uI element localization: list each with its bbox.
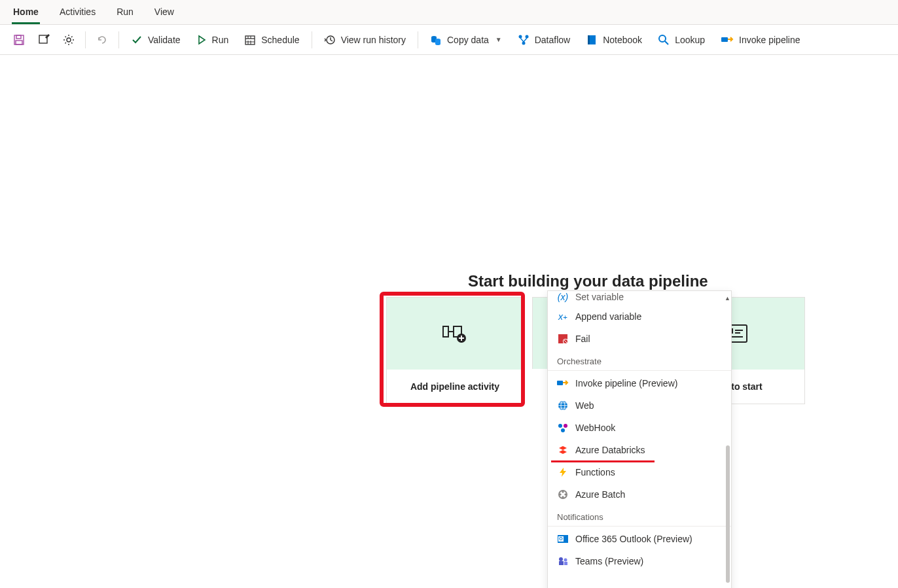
dropdown-item-label: Invoke pipeline (Preview): [575, 378, 677, 389]
settings-button[interactable]: [58, 30, 80, 50]
copy-data-label: Copy data: [447, 35, 489, 45]
svg-rect-22: [721, 37, 728, 42]
card-add-activity[interactable]: Add pipeline activity: [386, 297, 524, 404]
svg-rect-23: [443, 326, 448, 337]
schedule-button[interactable]: Schedule: [238, 30, 306, 50]
svg-point-46: [561, 428, 565, 432]
dropdown-item-append-variable[interactable]: x+ Append variable: [548, 305, 731, 328]
svg-rect-1: [16, 35, 21, 39]
dropdown-item-label: Azure Batch: [575, 489, 625, 500]
dataflow-icon: [518, 34, 530, 46]
dropdown-group-orchestrate: Orchestrate: [548, 350, 731, 371]
tab-activities[interactable]: Activities: [58, 4, 97, 24]
globe-icon: [557, 400, 569, 411]
notebook-label: Notebook: [603, 35, 642, 45]
svg-rect-54: [564, 562, 567, 565]
svg-rect-19: [588, 35, 590, 44]
functions-icon: [557, 466, 569, 478]
svg-rect-3: [39, 35, 47, 43]
dropdown-item-outlook[interactable]: O Office 365 Outlook (Preview): [548, 528, 731, 550]
svg-point-16: [525, 35, 528, 38]
invoke-pipeline-label: Invoke pipeline: [739, 35, 800, 45]
dropdown-item-teams[interactable]: Teams (Preview): [548, 550, 731, 572]
notebook-icon: [586, 34, 598, 46]
view-run-history-label: View run history: [341, 35, 406, 45]
append-variable-icon: x+: [557, 311, 569, 322]
svg-point-52: [564, 559, 567, 562]
batch-icon: [557, 489, 569, 500]
dropdown-group-notifications: Notifications: [548, 506, 731, 527]
toolbar-divider: [85, 31, 86, 48]
dropdown-item-functions[interactable]: Functions: [548, 461, 731, 483]
card-partial: [532, 297, 548, 369]
dropdown-item-label: Web: [575, 400, 594, 411]
notebook-button[interactable]: Notebook: [579, 30, 649, 50]
scroll-up-icon[interactable]: ▲: [725, 295, 730, 302]
dataflow-label: Dataflow: [535, 35, 570, 45]
pipeline-canvas[interactable]: Start building your data pipeline Add pi…: [0, 55, 898, 588]
dropdown-item-label: Azure Databricks: [575, 445, 645, 455]
validate-button[interactable]: Validate: [124, 30, 187, 50]
dataflow-button[interactable]: Dataflow: [511, 30, 577, 50]
schedule-label: Schedule: [261, 35, 299, 45]
dropdown-item-azure-batch[interactable]: Azure Batch: [548, 483, 731, 506]
chevron-down-icon: ▼: [495, 36, 502, 43]
play-icon: [196, 35, 207, 45]
toolbar-divider: [418, 31, 418, 48]
toolbar-divider: [118, 31, 119, 48]
save-as-button[interactable]: [33, 30, 55, 50]
svg-line-21: [665, 41, 668, 44]
svg-point-44: [558, 424, 562, 428]
dropdown-item-label: Fail: [575, 334, 590, 344]
toolbar-divider: [312, 31, 312, 48]
save-as-icon: [38, 34, 50, 46]
svg-rect-2: [16, 41, 22, 44]
validate-label: Validate: [148, 35, 181, 45]
tab-run[interactable]: Run: [115, 4, 135, 24]
scrollbar-thumb[interactable]: [726, 445, 730, 583]
dropdown-list: (x) Set variable x+ Append variable Fail…: [548, 291, 731, 578]
svg-point-15: [518, 35, 522, 38]
dropdown-item-label: Functions: [575, 467, 615, 477]
history-icon: [324, 34, 336, 46]
activity-dropdown: ▲ (x) Set variable x+ Append variable Fa…: [547, 290, 732, 588]
svg-point-17: [522, 41, 525, 44]
set-variable-icon: (x): [557, 291, 569, 303]
dropdown-item-label: Set variable: [575, 292, 624, 302]
dropdown-item-invoke-pipeline[interactable]: Invoke pipeline (Preview): [548, 372, 731, 394]
lookup-label: Lookup: [675, 35, 705, 45]
undo-button[interactable]: [91, 30, 113, 50]
invoke-pipeline-icon: [721, 34, 734, 46]
dropdown-item-web[interactable]: Web: [548, 394, 731, 417]
tab-home[interactable]: Home: [12, 4, 40, 24]
svg-rect-53: [559, 561, 564, 565]
svg-point-45: [564, 424, 567, 428]
dropdown-item-azure-databricks[interactable]: Azure Databricks: [548, 439, 731, 461]
svg-point-51: [559, 557, 563, 561]
svg-point-20: [659, 35, 666, 42]
tab-view[interactable]: View: [153, 4, 175, 24]
run-button[interactable]: Run: [190, 31, 236, 49]
dropdown-item-label: WebHook: [575, 423, 615, 433]
svg-rect-5: [245, 36, 255, 44]
dropdown-item-set-variable[interactable]: (x) Set variable: [548, 291, 731, 305]
outlook-icon: O: [557, 533, 569, 545]
fail-icon: [557, 333, 569, 345]
dropdown-item-fail[interactable]: Fail: [548, 328, 731, 350]
lookup-button[interactable]: Lookup: [651, 30, 711, 50]
dropdown-item-webhook[interactable]: WebHook: [548, 417, 731, 439]
pipeline-add-icon: [442, 322, 468, 345]
undo-icon: [96, 34, 108, 46]
canvas-heading: Start building your data pipeline: [468, 272, 708, 290]
invoke-pipeline-button[interactable]: Invoke pipeline: [714, 30, 806, 50]
ribbon-tabs: Home Activities Run View: [0, 0, 898, 25]
calendar-icon: [244, 34, 256, 46]
annotation-underline: [551, 460, 655, 462]
svg-rect-38: [557, 381, 563, 385]
toolbar: Validate Run Schedule View run history C…: [0, 25, 898, 55]
gear-icon: [63, 34, 75, 46]
copy-data-button[interactable]: Copy data ▼: [423, 30, 509, 50]
save-button[interactable]: [8, 30, 30, 50]
dropdown-item-label: Append variable: [575, 311, 641, 322]
view-run-history-button[interactable]: View run history: [317, 30, 412, 50]
